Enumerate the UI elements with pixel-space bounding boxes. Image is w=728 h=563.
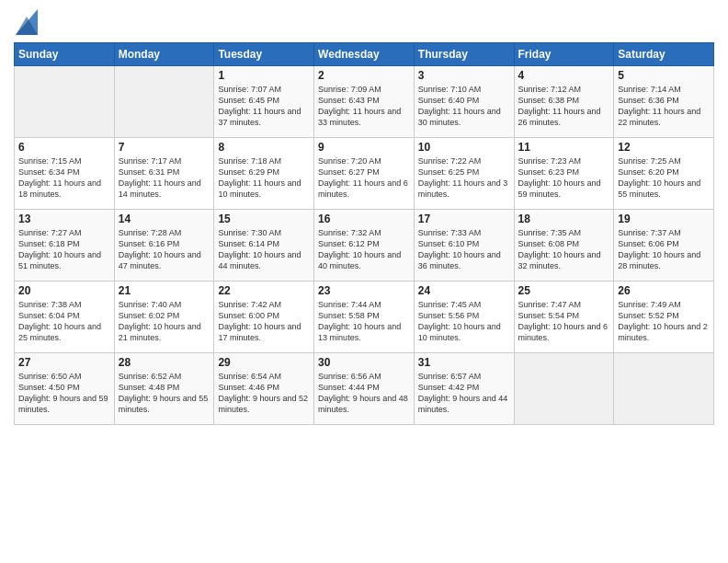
calendar-cell: 23Sunrise: 7:44 AMSunset: 5:58 PMDayligh… [314, 282, 415, 353]
calendar-cell: 22Sunrise: 7:42 AMSunset: 6:00 PMDayligh… [214, 282, 314, 353]
day-info: Sunrise: 6:54 AMSunset: 4:46 PMDaylight:… [218, 371, 310, 416]
day-info: Sunrise: 7:22 AMSunset: 6:25 PMDaylight:… [418, 155, 510, 201]
day-info: Sunrise: 7:07 AMSunset: 6:45 PMDaylight:… [218, 84, 310, 129]
calendar-cell: 18Sunrise: 7:35 AMSunset: 6:08 PMDayligh… [514, 210, 614, 282]
calendar: SundayMondayTuesdayWednesdayThursdayFrid… [14, 42, 714, 425]
week-row-5: 27Sunrise: 6:50 AMSunset: 4:50 PMDayligh… [15, 353, 714, 425]
day-number: 5 [618, 69, 710, 82]
calendar-cell: 6Sunrise: 7:15 AMSunset: 6:34 PMDaylight… [15, 138, 115, 210]
day-number: 1 [218, 69, 310, 82]
weekday-header-thursday: Thursday [414, 43, 514, 66]
week-row-1: 1Sunrise: 7:07 AMSunset: 6:45 PMDaylight… [15, 66, 714, 138]
weekday-header-saturday: Saturday [614, 43, 714, 66]
day-info: Sunrise: 7:15 AMSunset: 6:34 PMDaylight:… [18, 155, 110, 201]
day-info: Sunrise: 7:38 AMSunset: 6:04 PMDaylight:… [18, 299, 110, 344]
calendar-cell: 13Sunrise: 7:27 AMSunset: 6:18 PMDayligh… [15, 210, 115, 282]
day-info: Sunrise: 7:45 AMSunset: 5:56 PMDaylight:… [418, 299, 510, 344]
calendar-cell: 3Sunrise: 7:10 AMSunset: 6:40 PMDaylight… [414, 66, 514, 138]
day-info: Sunrise: 7:32 AMSunset: 6:12 PMDaylight:… [318, 227, 410, 272]
calendar-cell: 12Sunrise: 7:25 AMSunset: 6:20 PMDayligh… [614, 138, 714, 210]
calendar-cell: 25Sunrise: 7:47 AMSunset: 5:54 PMDayligh… [514, 282, 614, 353]
calendar-cell: 21Sunrise: 7:40 AMSunset: 6:02 PMDayligh… [114, 282, 214, 353]
calendar-cell: 11Sunrise: 7:23 AMSunset: 6:23 PMDayligh… [514, 138, 614, 210]
calendar-cell: 26Sunrise: 7:49 AMSunset: 5:52 PMDayligh… [614, 282, 714, 353]
calendar-cell [614, 353, 714, 425]
day-number: 25 [518, 284, 610, 297]
calendar-cell: 31Sunrise: 6:57 AMSunset: 4:42 PMDayligh… [414, 353, 514, 425]
day-info: Sunrise: 7:17 AMSunset: 6:31 PMDaylight:… [119, 155, 210, 201]
calendar-cell: 14Sunrise: 7:28 AMSunset: 6:16 PMDayligh… [114, 210, 214, 282]
logo [14, 9, 38, 35]
day-info: Sunrise: 7:44 AMSunset: 5:58 PMDaylight:… [318, 299, 410, 344]
calendar-cell: 24Sunrise: 7:45 AMSunset: 5:56 PMDayligh… [414, 282, 514, 353]
day-info: Sunrise: 7:49 AMSunset: 5:52 PMDaylight:… [618, 299, 710, 344]
day-number: 30 [318, 356, 410, 369]
day-number: 27 [18, 356, 110, 369]
day-info: Sunrise: 6:57 AMSunset: 4:42 PMDaylight:… [418, 371, 510, 416]
weekday-header-wednesday: Wednesday [314, 43, 415, 66]
day-info: Sunrise: 7:09 AMSunset: 6:43 PMDaylight:… [318, 84, 410, 129]
day-number: 18 [518, 213, 610, 225]
calendar-cell: 28Sunrise: 6:52 AMSunset: 4:48 PMDayligh… [114, 353, 214, 425]
calendar-cell [514, 353, 614, 425]
day-info: Sunrise: 7:20 AMSunset: 6:27 PMDaylight:… [318, 155, 410, 201]
week-row-4: 20Sunrise: 7:38 AMSunset: 6:04 PMDayligh… [15, 282, 714, 353]
day-info: Sunrise: 6:56 AMSunset: 4:44 PMDaylight:… [318, 371, 410, 416]
day-info: Sunrise: 7:37 AMSunset: 6:06 PMDaylight:… [618, 227, 710, 272]
day-number: 24 [418, 284, 510, 297]
day-number: 4 [518, 69, 610, 82]
calendar-cell: 16Sunrise: 7:32 AMSunset: 6:12 PMDayligh… [314, 210, 415, 282]
calendar-cell: 15Sunrise: 7:30 AMSunset: 6:14 PMDayligh… [214, 210, 314, 282]
day-info: Sunrise: 6:52 AMSunset: 4:48 PMDaylight:… [119, 371, 210, 416]
day-info: Sunrise: 7:25 AMSunset: 6:20 PMDaylight:… [618, 155, 710, 201]
day-number: 23 [318, 284, 410, 297]
calendar-cell: 5Sunrise: 7:14 AMSunset: 6:36 PMDaylight… [614, 66, 714, 138]
day-info: Sunrise: 7:30 AMSunset: 6:14 PMDaylight:… [218, 227, 310, 272]
day-number: 20 [18, 284, 110, 297]
header [14, 9, 714, 35]
day-number: 3 [418, 69, 510, 82]
day-number: 10 [418, 141, 510, 154]
calendar-cell: 9Sunrise: 7:20 AMSunset: 6:27 PMDaylight… [314, 138, 415, 210]
calendar-cell: 20Sunrise: 7:38 AMSunset: 6:04 PMDayligh… [15, 282, 115, 353]
logo-icon [16, 9, 38, 35]
day-number: 11 [518, 141, 610, 154]
calendar-cell: 8Sunrise: 7:18 AMSunset: 6:29 PMDaylight… [214, 138, 314, 210]
week-row-3: 13Sunrise: 7:27 AMSunset: 6:18 PMDayligh… [15, 210, 714, 282]
weekday-header-monday: Monday [114, 43, 214, 66]
day-number: 12 [618, 141, 710, 154]
calendar-cell: 27Sunrise: 6:50 AMSunset: 4:50 PMDayligh… [15, 353, 115, 425]
day-number: 6 [18, 141, 110, 154]
day-number: 9 [318, 141, 410, 154]
day-number: 22 [218, 284, 310, 297]
calendar-cell: 2Sunrise: 7:09 AMSunset: 6:43 PMDaylight… [314, 66, 415, 138]
day-info: Sunrise: 7:27 AMSunset: 6:18 PMDaylight:… [18, 227, 110, 272]
weekday-header-tuesday: Tuesday [214, 43, 314, 66]
weekday-header-sunday: Sunday [15, 43, 115, 66]
calendar-cell: 29Sunrise: 6:54 AMSunset: 4:46 PMDayligh… [214, 353, 314, 425]
calendar-cell: 30Sunrise: 6:56 AMSunset: 4:44 PMDayligh… [314, 353, 415, 425]
calendar-cell: 1Sunrise: 7:07 AMSunset: 6:45 PMDaylight… [214, 66, 314, 138]
calendar-cell: 17Sunrise: 7:33 AMSunset: 6:10 PMDayligh… [414, 210, 514, 282]
weekday-header-row: SundayMondayTuesdayWednesdayThursdayFrid… [15, 43, 714, 66]
day-number: 29 [218, 356, 310, 369]
day-info: Sunrise: 7:47 AMSunset: 5:54 PMDaylight:… [518, 299, 610, 344]
day-number: 7 [119, 141, 210, 154]
day-number: 2 [318, 69, 410, 82]
day-info: Sunrise: 6:50 AMSunset: 4:50 PMDaylight:… [18, 371, 110, 416]
day-number: 16 [318, 213, 410, 225]
calendar-cell: 10Sunrise: 7:22 AMSunset: 6:25 PMDayligh… [414, 138, 514, 210]
page: SundayMondayTuesdayWednesdayThursdayFrid… [0, 0, 728, 563]
calendar-cell: 4Sunrise: 7:12 AMSunset: 6:38 PMDaylight… [514, 66, 614, 138]
day-info: Sunrise: 7:10 AMSunset: 6:40 PMDaylight:… [418, 84, 510, 129]
calendar-cell [114, 66, 214, 138]
day-number: 14 [119, 213, 210, 225]
day-info: Sunrise: 7:42 AMSunset: 6:00 PMDaylight:… [218, 299, 310, 344]
week-row-2: 6Sunrise: 7:15 AMSunset: 6:34 PMDaylight… [15, 138, 714, 210]
day-info: Sunrise: 7:14 AMSunset: 6:36 PMDaylight:… [618, 84, 710, 129]
calendar-cell: 19Sunrise: 7:37 AMSunset: 6:06 PMDayligh… [614, 210, 714, 282]
weekday-header-friday: Friday [514, 43, 614, 66]
day-info: Sunrise: 7:35 AMSunset: 6:08 PMDaylight:… [518, 227, 610, 272]
calendar-cell [15, 66, 115, 138]
day-number: 13 [18, 213, 110, 225]
